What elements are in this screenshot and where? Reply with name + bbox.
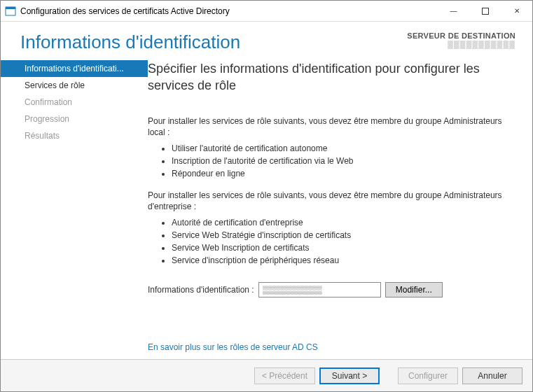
svg-rect-1 (6, 7, 15, 9)
paragraph-local-admin: Pour installer les services de rôle suiv… (148, 115, 517, 138)
cancel-button[interactable]: Annuler (462, 368, 522, 384)
list-enterprise-admin: Autorité de certification d'entreprise S… (172, 216, 517, 267)
sidebar-item-role-services[interactable]: Services de rôle (1, 77, 148, 94)
list-item: Service d'inscription de périphériques r… (172, 254, 517, 267)
content: Spécifier les informations d'identificat… (148, 56, 532, 359)
destination-box: SERVEUR DE DESTINATION ▒▒▒▒▒▒▒▒▒▒▒ (407, 31, 515, 48)
credentials-input[interactable] (258, 282, 381, 298)
app-icon (5, 6, 16, 17)
page-title: Informations d'identification (20, 31, 407, 53)
list-item: Répondeur en ligne (172, 167, 517, 180)
titlebar: Configuration des services de certificat… (1, 1, 532, 22)
sidebar-item-results: Résultats (1, 127, 148, 144)
previous-button: < Précédent (254, 368, 315, 384)
sidebar-item-credentials[interactable]: Informations d'identificati... (1, 60, 148, 77)
paragraph-enterprise-admin: Pour installer les services de rôle suiv… (148, 190, 517, 212)
window-title: Configuration des services de certificat… (20, 6, 438, 16)
list-item: Service Web Inscription de certificats (172, 241, 517, 254)
close-button[interactable]: ✕ (501, 1, 532, 21)
credentials-label: Informations d'identification : (148, 285, 254, 295)
modify-button[interactable]: Modifier... (385, 282, 443, 298)
list-local-admin: Utiliser l'autorité de certification aut… (172, 142, 517, 180)
window-controls: — ✕ (438, 1, 532, 21)
next-button[interactable]: Suivant > (319, 368, 380, 384)
svg-rect-2 (482, 8, 488, 14)
list-item: Service Web Stratégie d'inscription de c… (172, 229, 517, 241)
sidebar: Informations d'identificati... Services … (1, 56, 148, 359)
more-info-link[interactable]: En savoir plus sur les rôles de serveur … (148, 342, 517, 352)
sidebar-item-confirmation: Confirmation (1, 94, 148, 111)
list-item: Autorité de certification d'entreprise (172, 216, 517, 229)
body: Informations d'identificati... Services … (1, 56, 532, 359)
list-item: Inscription de l'autorité de certificati… (172, 155, 517, 167)
minimize-button[interactable]: — (438, 1, 469, 21)
footer: < Précédent Suivant > Configurer Annuler (1, 359, 532, 391)
configure-button: Configurer (398, 368, 458, 384)
sidebar-item-progress: Progression (1, 111, 148, 127)
content-heading: Spécifier les informations d'identificat… (148, 60, 517, 94)
credentials-row: Informations d'identification : Modifier… (148, 282, 517, 298)
destination-value: ▒▒▒▒▒▒▒▒▒▒▒ (407, 40, 515, 48)
destination-label: SERVEUR DE DESTINATION (407, 31, 515, 40)
header: Informations d'identification SERVEUR DE… (1, 22, 532, 56)
maximize-button[interactable] (469, 1, 501, 21)
list-item: Utiliser l'autorité de certification aut… (172, 142, 517, 155)
